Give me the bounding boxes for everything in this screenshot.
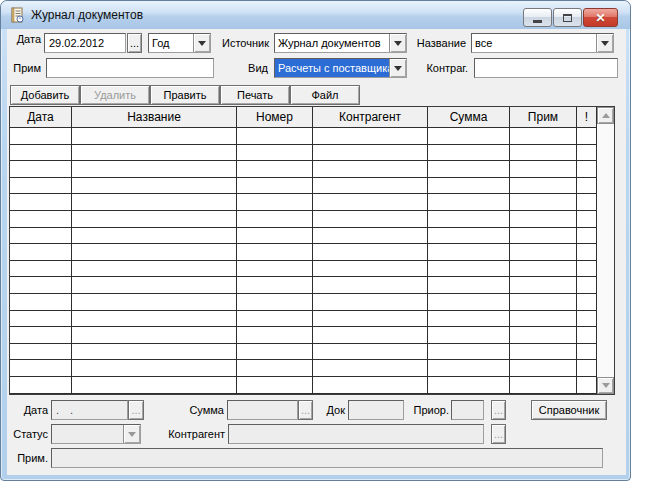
table-cell [428,228,510,244]
table-cell [428,261,510,277]
table-cell [72,128,237,144]
chevron-down-icon [123,425,140,443]
table-cell [10,244,72,260]
table-cell [577,161,597,177]
scroll-up-icon[interactable] [597,107,614,124]
table-cell [237,178,313,194]
date-browse-button[interactable]: ... [127,33,142,53]
table-cell [72,360,237,376]
note-filter-input[interactable] [46,58,214,78]
column-header-name[interactable]: Название [72,107,237,128]
edit-button[interactable]: Править [150,85,220,105]
add-button[interactable]: Добавить [10,85,80,105]
detail-contractor-input [228,424,484,444]
table-cell [313,244,428,260]
table-row[interactable] [10,211,597,228]
date-filter-input[interactable] [44,33,126,53]
table-cell [577,311,597,327]
table-row[interactable] [10,178,597,195]
table-cell [10,161,72,177]
note-filter-label: Прим [7,58,41,78]
period-value: Год [149,34,193,52]
maximize-button[interactable] [553,8,582,27]
table-cell [10,145,72,161]
table-row[interactable] [10,194,597,211]
table-row[interactable] [10,228,597,245]
table-row[interactable] [10,161,597,178]
detail-doc-input [348,400,404,420]
table-cell [577,344,597,360]
column-header-flag[interactable]: ! [577,107,597,128]
table-row[interactable] [10,344,597,361]
table-cell [10,344,72,360]
table-cell [313,145,428,161]
table-cell [313,327,428,343]
name-select[interactable]: все [471,33,614,53]
table-cell [510,145,577,161]
table-cell [237,211,313,227]
period-select[interactable]: Год [148,33,211,53]
source-label: Источник [219,33,269,53]
grid-scrollbar[interactable] [597,107,614,394]
table-cell [577,244,597,260]
table-cell [10,360,72,376]
close-button[interactable]: ✕ [583,8,618,27]
table-cell [510,161,577,177]
chevron-down-icon[interactable] [389,34,406,52]
column-header-contractor[interactable]: Контрагент [313,107,428,128]
table-cell [237,294,313,310]
table-cell [237,244,313,260]
chevron-down-icon[interactable] [389,59,406,77]
chevron-down-icon[interactable] [596,34,613,52]
table-cell [237,377,313,393]
table-cell [313,377,428,393]
table-row[interactable] [10,277,597,294]
table-cell [10,311,72,327]
table-cell [313,211,428,227]
table-row[interactable] [10,327,597,344]
table-row[interactable] [10,311,597,328]
detail-status-select [51,424,141,444]
table-cell [10,294,72,310]
table-row[interactable] [10,145,597,162]
table-cell [577,377,597,393]
table-cell [577,178,597,194]
column-header-sum[interactable]: Сумма [428,107,510,128]
table-cell [313,161,428,177]
table-row[interactable] [10,294,597,311]
print-button[interactable]: Печать [220,85,290,105]
table-cell [428,327,510,343]
table-cell [237,194,313,210]
scroll-down-icon[interactable] [597,377,614,394]
table-cell [510,311,577,327]
chevron-down-icon[interactable] [193,34,210,52]
table-cell [10,228,72,244]
table-cell [10,194,72,210]
directory-button[interactable]: Справочник [531,400,607,420]
date-filter-label: Дата [7,29,41,49]
table-row[interactable] [10,360,597,377]
column-header-number[interactable]: Номер [237,107,313,128]
minimize-button[interactable] [523,8,552,27]
maximize-icon [563,14,572,22]
source-select[interactable]: Журнал документов [274,33,407,53]
table-row[interactable] [10,128,597,145]
kind-select[interactable]: Расчеты с поставщика [274,58,407,78]
table-cell [510,360,577,376]
table-cell [72,344,237,360]
file-button[interactable]: Файл [290,85,360,105]
contractor-filter-input[interactable] [474,58,618,78]
table-cell [10,211,72,227]
name-value: все [472,34,596,52]
table-cell [237,311,313,327]
detail-sum-label: Сумма [167,400,224,420]
detail-doc-label: Док [315,400,345,420]
titlebar[interactable]: Журнал документов ✕ [1,1,630,29]
table-row[interactable] [10,244,597,261]
column-header-note[interactable]: Прим [510,107,577,128]
column-header-date[interactable]: Дата [10,107,72,128]
table-row[interactable] [10,261,597,278]
table-cell [510,294,577,310]
table-cell [237,161,313,177]
table-row[interactable] [10,377,597,394]
